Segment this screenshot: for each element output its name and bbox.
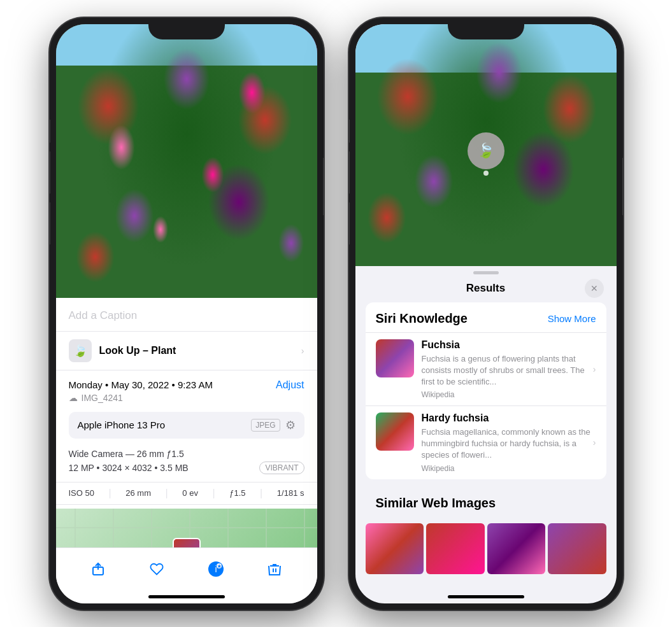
similar-images-title: Similar Web Images [376,496,496,511]
siri-button[interactable]: 🍃 [468,132,504,169]
similar-images-header: Similar Web Images [366,487,606,523]
home-indicator [148,595,225,598]
lookup-row[interactable]: 🍃 Look Up – Plant › [56,332,317,370]
hardy-fuchsia-text: Hardy fuchsia Fuchsia magellanica, commo… [422,412,596,473]
device-row: Apple iPhone 13 Pro JPEG ⚙ [69,412,304,439]
similar-image-2[interactable] [426,523,485,574]
share-button[interactable] [84,555,112,583]
device-badges: JPEG ⚙ [251,418,295,432]
cloud-icon: ☁ [69,393,78,403]
camera-details: Wide Camera — 26 mm ƒ1.5 12 MP • 3024 × … [56,445,317,478]
resolution-text: 12 MP • 3024 × 4032 • 3.5 MB [69,463,189,473]
similar-images-grid [366,523,606,574]
info-button[interactable]: i ★ [202,555,230,583]
hardy-fuchsia-description: Fuchsia magellanica, commonly known as t… [422,426,596,461]
fuchsia-text: Fuchsia Fuchsia is a genus of flowering … [422,339,596,400]
right-mute-button[interactable] [349,120,350,143]
fuchsia-item[interactable]: Fuchsia Fuchsia is a genus of flowering … [366,332,606,406]
delete-button[interactable] [261,555,289,583]
device-name: Apple iPhone 13 Pro [78,419,166,430]
power-button[interactable] [323,158,324,215]
focal-value: 26 mm [125,488,151,498]
right-power-button[interactable] [622,158,623,215]
fuchsia-source: Wikipedia [422,390,596,399]
right-volume-down-button[interactable] [349,202,350,244]
drag-handle[interactable] [355,266,617,277]
similar-image-3[interactable] [487,523,546,574]
gear-icon[interactable]: ⚙ [285,418,296,432]
date-info: Monday • May 30, 2022 • 9:23 AM ☁ IMG_42… [69,379,213,403]
similar-image-4[interactable] [548,523,606,574]
results-close-button[interactable]: ✕ [585,279,604,298]
ev-value: 0 ev [182,488,198,498]
filename-row: ☁ IMG_4241 [69,393,213,403]
right-phone-screen: 🍃 Results ✕ Siri Knowledge Show More [355,24,617,603]
shutter-value: 1/181 s [277,488,304,498]
sep2: | [166,488,168,499]
favorite-button[interactable] [143,555,171,583]
aperture-value: ƒ1.5 [229,488,245,498]
exif-row: ISO 50 | 26 mm | 0 ev | ƒ1.5 | 1/181 s [56,482,317,505]
results-panel: Results ✕ Siri Knowledge Show More Fuchs… [355,266,617,574]
lookup-icon: 🍃 [69,339,92,362]
filename-text: IMG_4241 [82,393,123,403]
siri-knowledge-header: Siri Knowledge Show More [366,302,606,332]
hardy-fuchsia-chevron-icon: › [593,437,596,447]
hardy-fuchsia-thumbnail [376,412,414,451]
left-phone-screen: Add a Caption 🍃 Look Up – Plant › Monday… [56,24,317,603]
lookup-label: Look Up – Plant [99,345,176,356]
flower-accent [56,24,317,298]
date-text: Monday • May 30, 2022 • 9:23 AM [69,379,213,390]
volume-down-button[interactable] [50,202,50,244]
similar-image-1[interactable] [366,523,424,574]
right-photo-view[interactable]: 🍃 [355,24,617,266]
hardy-fuchsia-name: Hardy fuchsia [422,412,596,424]
left-phone: Add a Caption 🍃 Look Up – Plant › Monday… [50,18,324,610]
adjust-button[interactable]: Adjust [276,379,304,391]
caption-area[interactable]: Add a Caption [56,298,317,332]
svg-text:★: ★ [217,564,222,568]
date-row: Monday • May 30, 2022 • 9:23 AM ☁ IMG_42… [56,370,317,405]
volume-up-button[interactable] [50,151,50,194]
photo-view[interactable] [56,24,317,298]
fuchsia-description: Fuchsia is a genus of flowering plants t… [422,353,596,388]
right-volume-up-button[interactable] [349,151,350,194]
results-header: Results ✕ [355,277,617,302]
mute-button[interactable] [50,120,50,143]
show-more-button[interactable]: Show More [548,313,596,324]
sep3: | [212,488,215,499]
caption-placeholder[interactable]: Add a Caption [69,309,138,321]
siri-knowledge-title: Siri Knowledge [376,311,468,326]
right-phone: 🍃 Results ✕ Siri Knowledge Show More [349,18,623,610]
sep4: | [260,488,262,499]
iso-value: ISO 50 [69,488,94,498]
camera-type: Wide Camera — 26 mm ƒ1.5 [69,449,304,459]
format-badge: JPEG [251,419,280,432]
right-home-indicator [448,595,524,598]
hardy-fuchsia-source: Wikipedia [422,464,596,473]
siri-knowledge-section: Siri Knowledge Show More Fuchsia Fuchsia… [366,302,606,479]
vibrant-badge: VIBRANT [259,461,304,474]
handle-bar [473,271,499,274]
siri-dot [483,171,489,176]
fuchsia-name: Fuchsia [422,339,596,351]
resolution-line: 12 MP • 3024 × 4032 • 3.5 MB VIBRANT [69,461,304,474]
similar-images-section: Similar Web Images [366,487,606,574]
fuchsia-thumbnail [376,339,414,377]
fuchsia-chevron-icon: › [593,364,596,374]
results-title: Results [466,282,505,295]
lookup-chevron-icon: › [301,346,304,356]
sep1: | [109,488,111,499]
photo-info-area: Add a Caption 🍃 Look Up – Plant › Monday… [56,298,317,572]
hardy-fuchsia-item[interactable]: Hardy fuchsia Fuchsia magellanica, commo… [366,405,606,479]
